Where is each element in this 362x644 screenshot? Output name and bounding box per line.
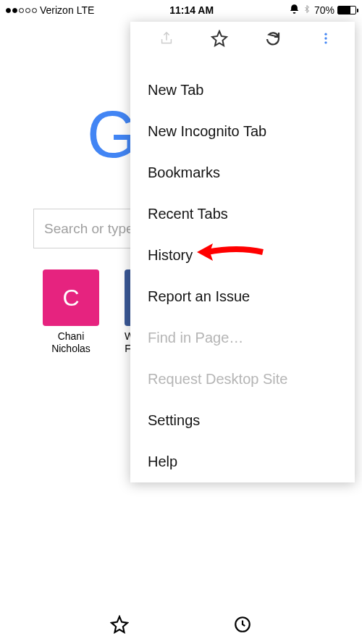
svg-point-1: [324, 37, 327, 39]
search-placeholder: Search or type: [44, 221, 134, 237]
status-bar: Verizon LTE 11:14 AM 70%: [0, 0, 362, 20]
alarm-icon: [289, 4, 300, 17]
share-icon[interactable]: [151, 30, 182, 46]
history-tab-icon[interactable]: [233, 615, 252, 637]
svg-point-0: [324, 33, 327, 35]
svg-point-2: [324, 41, 327, 43]
reload-icon[interactable]: [257, 30, 289, 47]
menu-item-recent-tabs[interactable]: Recent Tabs: [130, 193, 355, 235]
battery-icon: [337, 6, 356, 14]
battery-pct: 70%: [314, 4, 334, 16]
google-logo: G: [87, 98, 135, 172]
tile-box: C: [43, 269, 99, 326]
menu-item-help[interactable]: Help: [130, 441, 355, 482]
menu-item-new-tab[interactable]: New Tab: [130, 70, 355, 111]
menu-item-find-in-page: Find in Page…: [130, 317, 355, 359]
tile-label: Chani Nicholas: [51, 330, 90, 355]
carrier-label: Verizon: [40, 4, 74, 16]
menu-item-bookmarks[interactable]: Bookmarks: [130, 152, 355, 193]
star-icon[interactable]: [203, 30, 235, 47]
network-label: LTE: [77, 4, 95, 16]
signal-dots-icon: [6, 8, 37, 13]
menu-item-settings[interactable]: Settings: [130, 400, 355, 441]
more-vert-icon[interactable]: [310, 31, 342, 46]
tile-chani[interactable]: C Chani Nicholas: [42, 269, 100, 355]
bluetooth-icon: [303, 4, 311, 17]
status-right: 70%: [289, 4, 356, 17]
menu-item-new-incognito[interactable]: New Incognito Tab: [130, 111, 355, 152]
tile-letter: C: [62, 285, 79, 311]
annotation-arrow-icon: [194, 239, 266, 268]
bottom-bar: [0, 615, 362, 637]
status-left: Verizon LTE: [6, 4, 94, 16]
clock: 11:14 AM: [169, 4, 214, 16]
bookmarks-tab-icon[interactable]: [110, 615, 129, 637]
menu-item-desktop-site: Request Desktop Site: [130, 359, 355, 400]
menu-list: New Tab New Incognito Tab Bookmarks Rece…: [130, 55, 355, 482]
menu-item-report-issue[interactable]: Report an Issue: [130, 276, 355, 317]
menu-top-row: [130, 22, 355, 55]
